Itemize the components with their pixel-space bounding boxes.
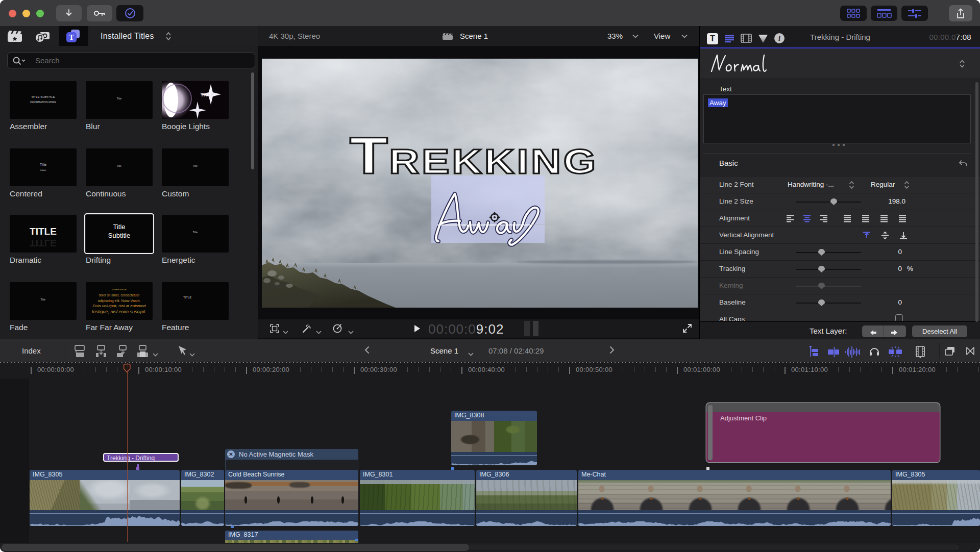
svg-text:T: T (69, 33, 74, 41)
svg-text:TITLE: TITLE (201, 92, 214, 97)
svg-text:i: i (778, 35, 780, 42)
